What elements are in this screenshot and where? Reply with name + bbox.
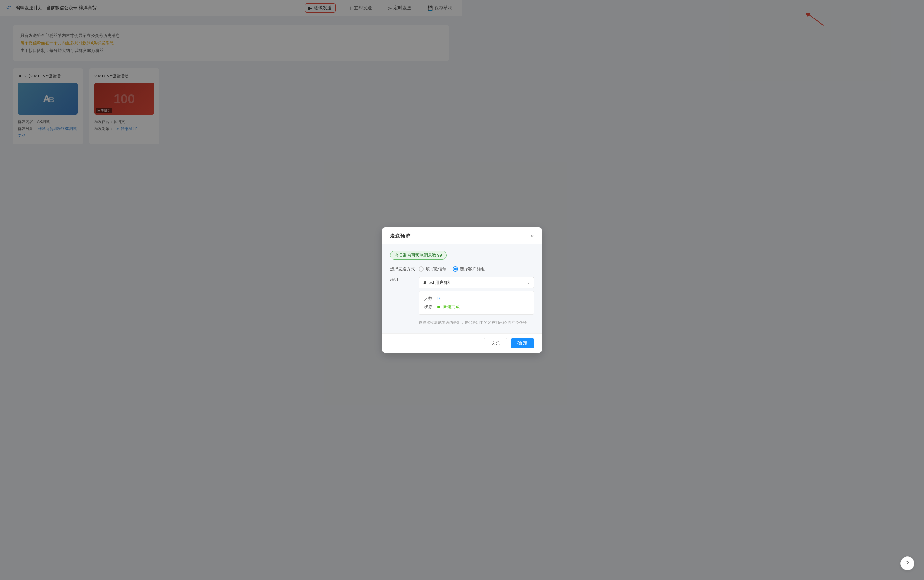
modal-overlay: 发送预览 × 今日剩余可预览消息数:99 选择发送方式 填写微信号 选择客户群组 (0, 0, 462, 290)
dialog-header: 发送预览 × (382, 227, 462, 244)
radio-customer-group[interactable] (453, 267, 458, 272)
group-label: 群组 (390, 277, 419, 283)
group-select[interactable]: dhtest 用户群组 ∨ (419, 277, 462, 288)
option-customer-group[interactable]: 选择客户群组 (453, 266, 462, 272)
group-select-wrapper: dhtest 用户群组 ∨ 人数 9 状态 圈选完成 (419, 277, 462, 290)
option-wechat-id[interactable]: 填写微信号 (419, 266, 446, 272)
group-row: 群组 dhtest 用户群组 ∨ 人数 9 状态 (390, 277, 462, 290)
radio-wechat-id[interactable] (419, 267, 424, 272)
send-method-controls: 填写微信号 选择客户群组 (419, 266, 462, 272)
send-preview-dialog: 发送预览 × 今日剩余可预览消息数:99 选择发送方式 填写微信号 选择客户群组 (382, 227, 462, 290)
send-method-label: 选择发送方式 (390, 266, 419, 272)
dialog-body: 今日剩余可预览消息数:99 选择发送方式 填写微信号 选择客户群组 群 (382, 244, 462, 290)
quota-badge: 今日剩余可预览消息数:99 (390, 251, 447, 260)
send-method-row: 选择发送方式 填写微信号 选择客户群组 (390, 266, 462, 272)
group-selected-value: dhtest 用户群组 (423, 280, 452, 285)
dialog-title: 发送预览 (390, 233, 410, 240)
